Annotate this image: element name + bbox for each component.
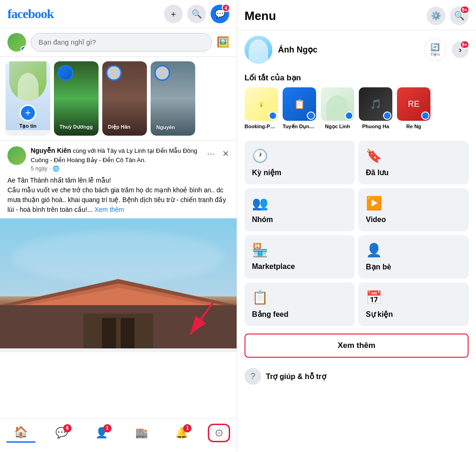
post-actions: ··· ✕	[203, 146, 229, 161]
privacy-icon: 🌐	[53, 165, 60, 172]
shortcut-thumb: 🎵	[359, 87, 392, 121]
shortcut-item[interactable]: 💡 Booking-PR Báo Chí, B...	[245, 87, 278, 130]
svg-rect-4	[102, 318, 116, 348]
story-name: Thuỳ Dươngg	[60, 124, 93, 130]
chevron-right-button[interactable]: › 9+	[452, 41, 469, 58]
nav-menu[interactable]: ⊙	[208, 424, 230, 442]
search-menu-button[interactable]: 🔍 9+	[450, 7, 469, 25]
profile-badge-button[interactable]: 🔄 Tiệm	[424, 39, 446, 61]
menu-header-icons: ⚙️ 🔍 9+	[427, 7, 469, 25]
post-author: Nguyễn Kiên	[31, 147, 71, 154]
feed-post: Nguyễn Kiên cùng với Hà Tây và Ly Linh t…	[0, 141, 237, 352]
menu-badge: 9+	[460, 6, 469, 14]
shortcut-name: Tuyển Dụng Content S...	[283, 124, 316, 130]
menu-card-friends[interactable]: 👤 Bạn bè	[358, 235, 469, 279]
post-meta: Nguyễn Kiên cùng với Hà Tây và Ly Linh t…	[31, 146, 198, 172]
events-icon: 📅	[366, 290, 461, 305]
shortcut-group-badge	[345, 111, 353, 120]
nav-people[interactable]: 👤 1	[88, 424, 115, 442]
plus-icon: ＋	[169, 8, 178, 20]
story-item[interactable]: Thuỳ Dươngg	[54, 61, 99, 136]
memory-label: Kỳ niệm	[252, 168, 347, 177]
photo-icon: 🖼️	[217, 36, 229, 48]
shortcut-item[interactable]: Ngọc Linh	[321, 87, 354, 130]
marketplace-icon: 🏪	[252, 242, 347, 258]
profile-section: Ánh Ngọc 🔄 Tiệm › 9+	[237, 30, 476, 69]
create-story[interactable]: + Tạo tin	[6, 61, 50, 136]
post-header: Nguyễn Kiên cùng với Hà Tây và Ly Linh t…	[0, 141, 237, 176]
messages-badge: 8	[63, 424, 72, 432]
store-icon: 🏬	[135, 427, 148, 439]
see-more-button[interactable]: Xem thêm	[245, 334, 469, 358]
shortcut-item[interactable]: RE Re Ng	[397, 87, 430, 130]
shortcut-group-badge	[383, 111, 391, 120]
post-time: 5 ngày · 🌐	[31, 165, 198, 172]
shortcuts-title: Lối tắt của bạn	[237, 69, 476, 87]
help-text: Trợ giúp & hỗ trợ	[266, 372, 326, 381]
add-button[interactable]: ＋	[164, 5, 183, 23]
right-panel: Menu ⚙️ 🔍 9+ Ánh Ngọc 🔄 Tiệm › 9+ Lố	[237, 0, 476, 452]
story-item[interactable]: Nguyên	[151, 61, 195, 136]
people-badge: 1	[103, 424, 112, 432]
shortcut-group-badge	[269, 111, 277, 120]
nav-bell[interactable]: 🔔 1	[168, 424, 195, 442]
shortcut-name: Phuong Ha	[362, 124, 389, 129]
shortcut-item[interactable]: 🎵 Phuong Ha	[359, 87, 392, 130]
see-more-link[interactable]: Xem thêm	[94, 206, 124, 213]
see-more-label: Xem thêm	[337, 341, 375, 350]
shortcut-name: Ngọc Linh	[325, 124, 350, 130]
shortcut-thumb: 💡	[245, 87, 278, 121]
shortcuts-row: 💡 Booking-PR Báo Chí, B... 📋 Tuyển Dụng …	[237, 87, 476, 137]
story-item[interactable]: Diệp Hân	[102, 61, 147, 136]
user-avatar: +	[7, 33, 26, 52]
nav-store[interactable]: 🏬	[128, 424, 155, 442]
menu-card-feed[interactable]: 📋 Bảng feed	[245, 282, 355, 326]
groups-label: Nhóm	[252, 216, 347, 224]
svg-line-8	[190, 302, 213, 334]
post-content: Ae Tân Thành nhất tâm lên lễ mẫu!Cầu mẫu…	[0, 176, 237, 218]
nav-home[interactable]: 🏠	[7, 423, 35, 443]
nav-messages[interactable]: 💬 8	[48, 424, 75, 442]
search-icon: 🔍	[192, 9, 202, 19]
settings-button[interactable]: ⚙️	[427, 7, 445, 25]
create-story-label: Tạo tin	[20, 123, 37, 129]
create-story-plus: +	[20, 105, 36, 121]
saved-label: Đã lưu	[366, 168, 461, 177]
help-section[interactable]: ? Trợ giúp & hỗ trợ	[237, 361, 476, 391]
shortcut-name: Booking-PR Báo Chí, B...	[245, 124, 278, 129]
stories-row: + Tạo tin Thuỳ Dươngg Diệp Hân	[0, 57, 237, 141]
messenger-button[interactable]: 💬 4	[211, 5, 229, 23]
shortcut-thumb	[321, 87, 354, 121]
menu-card-video[interactable]: ▶️ Video	[358, 188, 469, 231]
menu-card-groups[interactable]: 👥 Nhóm	[245, 188, 355, 231]
arrow-annotation	[176, 297, 227, 344]
help-icon: ?	[245, 368, 261, 385]
add-story-badge: +	[20, 46, 26, 52]
menu-card-events[interactable]: 📅 Sự kiện	[358, 282, 469, 326]
feed-icon: 📋	[252, 290, 347, 305]
post-input[interactable]: Bạn đang nghĩ gì?	[31, 33, 212, 52]
shortcut-item[interactable]: 📋 Tuyển Dụng Content S...	[283, 87, 316, 130]
menu-title: Menu	[245, 9, 427, 23]
story-name: Diệp Hân	[108, 124, 141, 130]
search-button[interactable]: 🔍	[187, 5, 206, 23]
marketplace-label: Marketplace	[252, 262, 347, 271]
notification-badge: 9+	[460, 40, 469, 49]
close-post-button[interactable]: ✕	[222, 149, 229, 159]
video-icon: ▶️	[366, 196, 461, 211]
menu-card-memory[interactable]: 🕐 Kỳ niệm	[245, 141, 355, 184]
groups-icon: 👥	[252, 196, 347, 211]
shortcut-thumb: RE	[397, 87, 430, 121]
menu-card-marketplace[interactable]: 🏪 Marketplace	[245, 235, 355, 279]
menu-card-saved[interactable]: 🔖 Đã lưu	[358, 141, 469, 184]
more-options-button[interactable]: ···	[203, 146, 218, 161]
home-icon: 🏠	[14, 426, 28, 439]
facebook-logo: facebook	[7, 7, 164, 21]
post-bar: + Bạn đang nghĩ gì? 🖼️	[0, 28, 237, 57]
video-label: Video	[366, 216, 461, 224]
bottom-nav: 🏠 💬 8 👤 1 🏬 🔔 1 ⊙	[0, 419, 237, 452]
left-panel: facebook ＋ 🔍 💬 4 + Bạn đang nghĩ gì? 🖼️	[0, 0, 237, 452]
menu-grid: 🕐 Kỳ niệm 🔖 Đã lưu 👥 Nhóm ▶️ Video 🏪 Mar…	[237, 137, 476, 330]
header-icons: ＋ 🔍 💬 4	[164, 5, 229, 23]
saved-icon: 🔖	[366, 148, 461, 164]
